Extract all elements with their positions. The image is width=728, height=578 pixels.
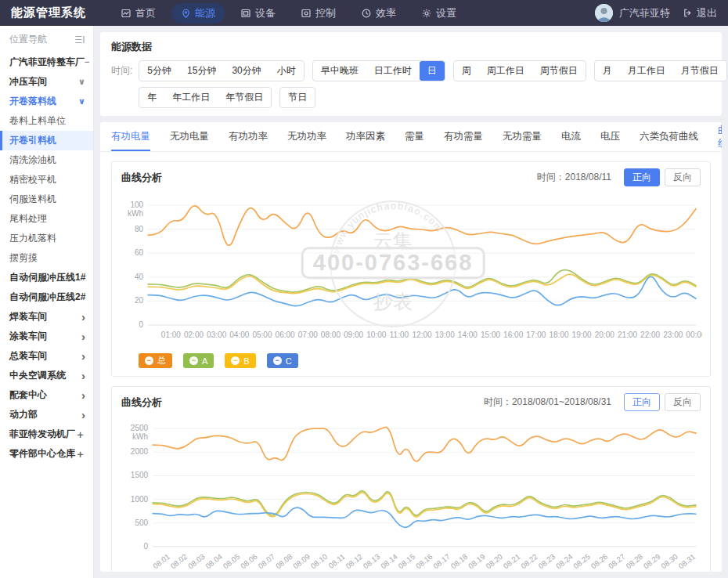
nav-item-能源[interactable]: 能源 bbox=[171, 3, 225, 23]
sidebar-item[interactable]: 尾料处理 bbox=[0, 209, 93, 229]
tab-item[interactable]: 有功需量 bbox=[444, 122, 483, 151]
plus-icon[interactable]: ＋ bbox=[75, 449, 85, 459]
sidebar-item[interactable]: 中央空调系统› bbox=[0, 366, 93, 385]
legend-item-A[interactable]: −A bbox=[183, 353, 214, 368]
reverse-button[interactable]: 反向 bbox=[665, 393, 701, 411]
app-root: 能源管理系统 首页能源设备控制效率设置 广汽菲亚特 退出 位置导 bbox=[0, 0, 728, 578]
tab-item[interactable]: 有功电量 bbox=[111, 122, 150, 151]
reverse-button[interactable]: 反向 bbox=[665, 168, 701, 186]
nav-item-设备[interactable]: 设备 bbox=[231, 3, 285, 23]
tab-item[interactable]: 需量 bbox=[405, 122, 424, 151]
svg-text:1500: 1500 bbox=[131, 471, 149, 479]
sidebar-item[interactable]: 自动伺服冲压线1# bbox=[0, 268, 93, 287]
plus-icon[interactable]: ＋ bbox=[75, 429, 85, 439]
filter-option[interactable]: 节日 bbox=[280, 88, 315, 107]
chart-time-range: 时间：2018/08/11 bbox=[537, 171, 611, 184]
sidebar-item[interactable]: 菲亚特发动机厂＋ bbox=[0, 424, 93, 444]
sidebar-item[interactable]: 总装车间› bbox=[0, 346, 93, 366]
remove-series-icon[interactable]: − bbox=[189, 356, 198, 365]
right-icon[interactable]: › bbox=[81, 331, 85, 342]
tab-item[interactable]: 六类负荷曲线 bbox=[640, 122, 698, 151]
tab-item[interactable]: 有功功率 bbox=[229, 122, 268, 151]
clock-icon bbox=[361, 8, 372, 19]
nav-item-效率[interactable]: 效率 bbox=[351, 3, 405, 23]
avatar[interactable] bbox=[595, 4, 613, 22]
filter-option[interactable]: 15分钟 bbox=[179, 61, 224, 81]
filter-option[interactable]: 日 bbox=[420, 61, 445, 81]
sidebar-item[interactable]: 精密校平机 bbox=[0, 170, 93, 190]
monthly-line-chart[interactable]: 05001000150020002500kWh08.0108.0208.0308… bbox=[112, 417, 710, 572]
nav-item-设置[interactable]: 设置 bbox=[412, 3, 466, 23]
sidebar-item[interactable]: 伺服送料机 bbox=[0, 190, 93, 209]
filter-option[interactable]: 年节假日 bbox=[218, 88, 271, 107]
sidebar-item[interactable]: 自动伺服冲压线2# bbox=[0, 287, 93, 307]
sidebar-item[interactable]: 广汽菲亚特整车厂− bbox=[0, 52, 93, 72]
view-curve-button[interactable]: 曲线 bbox=[718, 124, 722, 150]
svg-text:0: 0 bbox=[144, 542, 149, 551]
svg-text:08.10: 08.10 bbox=[309, 552, 330, 570]
svg-text:19:00: 19:00 bbox=[572, 331, 593, 339]
filter-option[interactable]: 周工作日 bbox=[479, 61, 532, 81]
sidebar-header: 位置导航 bbox=[0, 26, 93, 52]
daily-line-chart[interactable]: 020406080100kWh01:0002:0003:0004:0005:00… bbox=[112, 193, 710, 352]
forward-button[interactable]: 正向 bbox=[624, 393, 660, 411]
filter-option[interactable]: 日工作时 bbox=[366, 61, 420, 81]
down-icon[interactable]: ∨ bbox=[78, 97, 85, 106]
remove-series-icon[interactable]: − bbox=[231, 356, 240, 365]
chart-panel-daily: 曲线分析 时间：2018/08/11 正向 反向 020406080100kWh… bbox=[111, 161, 711, 377]
filter-option[interactable]: 月工作日 bbox=[620, 61, 673, 81]
user-name[interactable]: 广汽菲亚特 bbox=[619, 6, 670, 20]
filter-option[interactable]: 月 bbox=[595, 61, 620, 81]
sidebar-item[interactable]: 开卷落料线∨ bbox=[0, 92, 93, 111]
filter-option[interactable]: 小时 bbox=[269, 61, 304, 81]
filter-icon[interactable] bbox=[74, 34, 85, 45]
legend-item-总[interactable]: −总 bbox=[139, 353, 172, 368]
down-icon[interactable]: ∨ bbox=[78, 78, 85, 86]
svg-text:08.28: 08.28 bbox=[624, 552, 644, 570]
tab-item[interactable]: 电流 bbox=[561, 122, 581, 151]
remove-series-icon[interactable]: − bbox=[273, 356, 282, 365]
sidebar-item[interactable]: 焊装车间› bbox=[0, 307, 93, 327]
right-icon[interactable]: › bbox=[81, 370, 85, 381]
sidebar-item[interactable]: 压力机落料 bbox=[0, 229, 93, 248]
sidebar-item[interactable]: 开卷引料机 bbox=[0, 131, 93, 150]
right-icon[interactable]: › bbox=[81, 389, 85, 401]
sidebar-item[interactable]: 卷料上料单位 bbox=[0, 111, 93, 131]
filter-option[interactable]: 年 bbox=[139, 88, 164, 107]
tab-item[interactable]: 无功需量 bbox=[503, 122, 542, 151]
filter-option[interactable]: 周节假日 bbox=[532, 61, 586, 81]
sidebar-item[interactable]: 动力部› bbox=[0, 405, 93, 424]
filter-option[interactable]: 年工作日 bbox=[164, 88, 218, 107]
remove-series-icon[interactable]: − bbox=[145, 356, 153, 365]
forward-button[interactable]: 正向 bbox=[624, 168, 660, 186]
logout-button[interactable]: 退出 bbox=[683, 6, 717, 20]
svg-text:20: 20 bbox=[135, 296, 144, 305]
chart-panel-monthly: 曲线分析 时间：2018/08/01~2018/08/31 正向 反向 0500… bbox=[111, 386, 711, 572]
filter-option[interactable]: 月节假日 bbox=[673, 61, 726, 81]
right-icon[interactable]: › bbox=[81, 350, 85, 362]
svg-text:14:00: 14:00 bbox=[458, 331, 478, 339]
tab-item[interactable]: 无功功率 bbox=[287, 122, 326, 151]
filter-option[interactable]: 早中晚班 bbox=[313, 61, 366, 81]
sidebar-item[interactable]: 零件部中心仓库＋ bbox=[0, 444, 93, 464]
sidebar-item[interactable]: 配套中心› bbox=[0, 385, 93, 405]
tab-item[interactable]: 无功电量 bbox=[170, 122, 209, 151]
tab-item[interactable]: 功率因素 bbox=[346, 122, 385, 151]
filter-option[interactable]: 周 bbox=[454, 61, 479, 81]
sidebar-item[interactable]: 摆剪摸 bbox=[0, 248, 93, 268]
legend-item-C[interactable]: −C bbox=[267, 353, 298, 368]
nav-item-控制[interactable]: 控制 bbox=[291, 3, 345, 23]
metric-tabs-bar: 有功电量无功电量有功功率无功功率功率因素需量有功需量无功需量电流电压六类负荷曲线… bbox=[100, 122, 722, 152]
right-icon[interactable]: › bbox=[81, 311, 85, 323]
sidebar-item[interactable]: 涂装车间› bbox=[0, 327, 93, 346]
svg-text:00:00: 00:00 bbox=[686, 331, 702, 339]
nav-item-首页[interactable]: 首页 bbox=[111, 3, 165, 23]
sidebar-item[interactable]: 冲压车间∨ bbox=[0, 72, 93, 92]
filter-option[interactable]: 30分钟 bbox=[224, 61, 268, 81]
legend-item-B[interactable]: −B bbox=[225, 353, 255, 368]
tab-item[interactable]: 电压 bbox=[600, 122, 620, 151]
sidebar-item[interactable]: 清洗涂油机 bbox=[0, 150, 93, 170]
minus-icon[interactable]: − bbox=[85, 58, 89, 67]
filter-option[interactable]: 5分钟 bbox=[139, 61, 179, 81]
right-icon[interactable]: › bbox=[81, 409, 85, 421]
